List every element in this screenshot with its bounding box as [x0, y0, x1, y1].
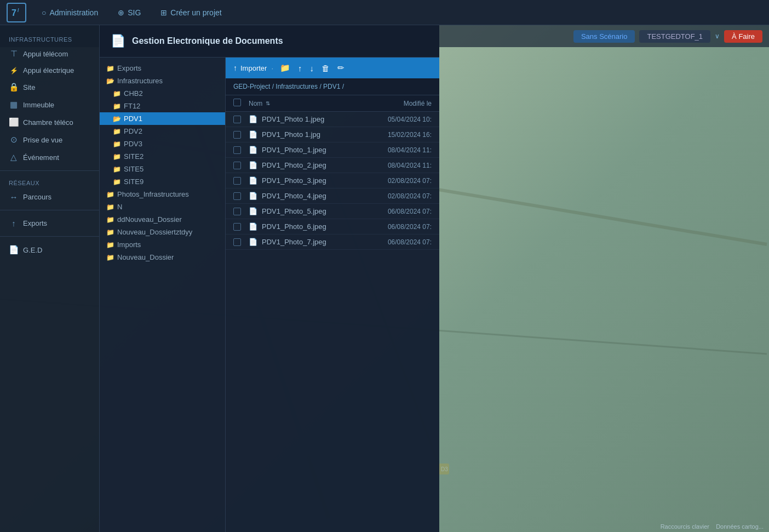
file-date: 15/02/2024 16:: [344, 131, 432, 139]
appui-electrique-icon: ⚡: [9, 67, 19, 75]
sidebar-item-ged[interactable]: 📄 G.E.D: [0, 241, 99, 259]
sidebar-item-prise-de-vue[interactable]: ⊙ Prise de vue: [0, 131, 99, 148]
sidebar-item-appui-telecom[interactable]: ⊤ Appui télécom: [0, 45, 99, 62]
table-row[interactable]: 📄 PDV1_Photo_7.jpeg 06/08/2024 07:: [226, 234, 439, 250]
file-icon: 📄: [249, 176, 257, 185]
nav-creer-projet[interactable]: ⊞ Créer un projet: [156, 6, 226, 19]
folder-open-icon: 📂: [106, 77, 114, 85]
file-name: PDV1_Photo_2.jpeg: [262, 161, 344, 169]
file-icon: 📄: [249, 115, 257, 123]
file-icon: 📄: [249, 238, 257, 246]
tree-item-photos-infra[interactable]: 📁 Photos_Infrastructures: [100, 188, 225, 201]
row-checkbox[interactable]: [233, 238, 241, 246]
plus-square-icon: ⊞: [160, 8, 167, 17]
folder-icon: 📁: [106, 254, 114, 261]
tree-item-imports[interactable]: 📁 Imports: [100, 238, 225, 251]
table-row[interactable]: 📄 PDV1_Photo_5.jpeg 06/08/2024 07:: [226, 204, 439, 219]
folder-icon: 📁: [113, 153, 120, 161]
table-row[interactable]: 📄 PDV1_Photo_4.jpeg 02/08/2024 07:: [226, 188, 439, 204]
folder-icon: 📁: [106, 203, 114, 211]
edit-button[interactable]: ✏: [335, 62, 347, 74]
chambre-icon: ⬜: [9, 117, 19, 127]
ged-header-icon: 📄: [111, 34, 125, 48]
file-date: 06/08/2024 07:: [344, 238, 432, 246]
evenement-icon: △: [9, 152, 19, 162]
file-table: Nom ⇅ Modifié le 📄 PDV1_Photo 1.jpeg 05/…: [226, 95, 439, 532]
appui-telecom-icon: ⊤: [9, 49, 19, 59]
tree-item-pdv3[interactable]: 📁 PDV3: [100, 138, 225, 150]
tree-item-ft12[interactable]: 📁 FT12: [100, 100, 225, 112]
download-button[interactable]: ↓: [308, 62, 317, 74]
tree-item-nouveau-dossiertztdyy[interactable]: 📁 Nouveau_Dossiertztdyy: [100, 226, 225, 238]
file-date: 05/04/2024 10:: [344, 116, 432, 123]
sidebar-item-appui-electrique[interactable]: ⚡ Appui électrique: [0, 62, 99, 78]
select-all-checkbox[interactable]: [233, 99, 241, 106]
table-row[interactable]: 📄 PDV1_Photo_3.jpeg 02/08/2024 07:: [226, 173, 439, 188]
tree-item-nouveau-dossier[interactable]: 📁 Nouveau_Dossier: [100, 251, 225, 264]
ged-icon: 📄: [9, 245, 19, 255]
header-name[interactable]: Nom ⇅: [249, 100, 344, 107]
table-row[interactable]: 📄 PDV1_Photo_1.jpeg 08/04/2024 11:: [226, 142, 439, 158]
afaire-button[interactable]: À Faire: [724, 30, 762, 43]
folder-icon: 📁: [106, 216, 114, 224]
row-checkbox[interactable]: [233, 131, 241, 139]
table-row[interactable]: 📄 PDV1_Photo 1.jpg 15/02/2024 16:: [226, 127, 439, 142]
tree-item-site9[interactable]: 📁 SITE9: [100, 175, 225, 188]
scenario-button[interactable]: Sans Scénario: [573, 30, 635, 43]
upload-button[interactable]: ↑: [296, 62, 305, 74]
table-row[interactable]: 📄 PDV1_Photo_2.jpeg 08/04/2024 11:: [226, 158, 439, 173]
row-checkbox[interactable]: [233, 177, 241, 185]
tree-item-n[interactable]: 📁 N: [100, 201, 225, 213]
nav-sig[interactable]: ⊕ SIG: [113, 6, 145, 19]
folder-icon: 📁: [113, 165, 120, 173]
test-button[interactable]: TESTGEDTOF_1: [639, 30, 710, 43]
parcours-icon: ↔: [9, 192, 19, 202]
tree-item-site2[interactable]: 📁 SITE2: [100, 150, 225, 163]
svg-text:D3: D3: [441, 466, 448, 472]
sidebar-item-site[interactable]: 🔒 Site: [0, 78, 99, 96]
folder-open-icon: 📂: [113, 115, 120, 123]
sidebar-item-immeuble[interactable]: ▦ Immeuble: [0, 96, 99, 113]
row-checkbox[interactable]: [233, 162, 241, 169]
left-sidebar: Infrastructures ⊤ Appui télécom ⚡ Appui …: [0, 25, 100, 532]
tree-item-exports[interactable]: 📁 Exports: [100, 62, 225, 75]
file-date: 08/04/2024 11:: [344, 146, 432, 154]
row-checkbox[interactable]: [233, 208, 241, 215]
app-logo[interactable]: 7 /: [7, 3, 26, 22]
tree-item-pdv2[interactable]: 📁 PDV2: [100, 125, 225, 138]
file-icon: 📄: [249, 207, 257, 215]
tree-item-chb2[interactable]: 📁 CHB2: [100, 87, 225, 100]
tree-item-ddnouveau[interactable]: 📁 ddNouveau_Dossier: [100, 213, 225, 226]
sidebar-item-evenement[interactable]: △ Événement: [0, 148, 99, 166]
folder-icon: 📁: [106, 191, 114, 198]
import-label: Importer: [240, 64, 267, 72]
row-checkbox[interactable]: [233, 146, 241, 154]
nav-administration[interactable]: ○ Administration: [37, 6, 102, 19]
file-breadcrumb: GED-Project / Infrastructures / PDV1 /: [226, 78, 439, 95]
upload-icon: ↑: [233, 64, 237, 72]
table-row[interactable]: 📄 PDV1_Photo_6.jpeg 06/08/2024 07:: [226, 219, 439, 234]
tree-item-infrastructures[interactable]: 📂 Infrastructures: [100, 75, 225, 87]
file-table-header: Nom ⇅ Modifié le: [226, 95, 439, 112]
sidebar-item-exports[interactable]: ↑ Exports: [0, 215, 99, 232]
file-icon: 📄: [249, 222, 257, 231]
file-date: 06/08/2024 07:: [344, 223, 432, 231]
delete-button[interactable]: 🗑: [319, 62, 332, 74]
ged-panel-title: Gestion Electronique de Documents: [132, 36, 283, 46]
file-icon: 📄: [249, 192, 257, 200]
tree-item-site5[interactable]: 📁 SITE5: [100, 163, 225, 175]
header-date[interactable]: Modifié le: [344, 100, 432, 107]
navbar: 7 / ○ Administration ⊕ SIG ⊞ Créer un pr…: [0, 0, 769, 25]
new-folder-button[interactable]: 📁: [278, 62, 292, 74]
file-date: 02/08/2024 07:: [344, 192, 432, 200]
file-name: PDV1_Photo 1.jpeg: [262, 115, 344, 123]
sidebar-item-chambre-teleco[interactable]: ⬜ Chambre téléco: [0, 113, 99, 131]
row-checkbox[interactable]: [233, 192, 241, 200]
row-checkbox[interactable]: [233, 223, 241, 231]
sidebar-section-reseaux: Réseaux: [0, 175, 99, 188]
sidebar-item-parcours[interactable]: ↔ Parcours: [0, 188, 99, 205]
table-row[interactable]: 📄 PDV1_Photo 1.jpeg 05/04/2024 10:: [226, 112, 439, 127]
map-credits: Raccourcis clavier Données cartog...: [655, 521, 769, 532]
tree-item-pdv1[interactable]: 📂 PDV1: [100, 112, 225, 125]
row-checkbox[interactable]: [233, 116, 241, 123]
